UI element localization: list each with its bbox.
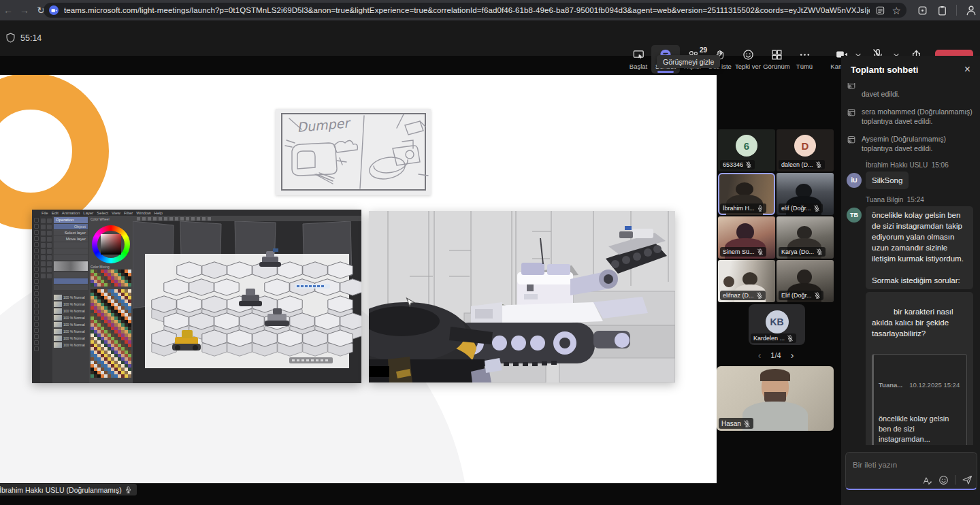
message-author-line: İbrahim Hakkı USLU 15:06: [866, 161, 973, 169]
chat-header: Toplantı sohbeti ×: [841, 56, 980, 83]
paint-preview-thumb: [54, 261, 88, 271]
participant-tile[interactable]: Sinem Sü...: [718, 216, 775, 259]
mic-on-icon: [125, 486, 132, 493]
avatar: İU: [847, 173, 862, 188]
render-scene: [369, 211, 675, 382]
floating-toolbar-blue: [295, 284, 330, 289]
paint-operation-panel: Operation Object Select layer Move layer…: [52, 216, 89, 383]
view-button[interactable]: Görünüm: [762, 45, 791, 74]
viewport-toolbar: [133, 216, 361, 221]
presenter-name-chip: İbrahim Hakkı USLU (Doğrulanmamış): [0, 484, 137, 495]
layer-row[interactable]: 100 % Normal: [54, 321, 88, 327]
paint-layers-panel: 100 % Normal100 % Normal100 % Normal100 …: [54, 294, 88, 348]
participant-tile[interactable]: 6 653346: [718, 129, 775, 172]
mic-off-icon: [743, 420, 751, 427]
message-bubble: bir karakteri nasıl akılda kalıcı bir şe…: [866, 292, 973, 445]
shield-icon: [5, 33, 16, 43]
page-next-icon[interactable]: ›: [791, 350, 794, 361]
paint-toolbar-column: [32, 216, 40, 383]
chat-message: bir karakteri nasıl akılda kalıcı bir şe…: [847, 292, 973, 445]
browser-extensions-area: [917, 0, 977, 20]
url-text: teams.microsoft.com/light-meetings/launc…: [64, 6, 870, 14]
url-bar[interactable]: teams.microsoft.com/light-meetings/launc…: [44, 3, 906, 18]
message-author-line: Tuana Bilgin 15:24: [866, 196, 973, 203]
divider: [955, 475, 956, 485]
paint-3d-viewport[interactable]: [133, 216, 361, 383]
participant-tile[interactable]: elif (Doğr...: [777, 173, 834, 215]
format-pen-icon[interactable]: [922, 475, 932, 485]
mic-off-icon: [756, 292, 763, 299]
paint-menu-bar: File Edit Animation Layer Select View Fi…: [32, 210, 361, 216]
chat-input[interactable]: [851, 460, 971, 470]
browser-forward-icon[interactable]: →: [16, 5, 33, 16]
chat-message: İU SilkSong: [847, 172, 973, 189]
color-swatch[interactable]: [128, 374, 131, 378]
chat-input-box[interactable]: [845, 452, 977, 490]
color-swatch-palette[interactable]: [91, 289, 131, 378]
browser-chrome: ← → ↻ teams.microsoft.com/light-meetings…: [0, 0, 980, 20]
participant-tile-overflow[interactable]: KB Kardelen ...: [749, 304, 805, 345]
color-wheel[interactable]: [92, 225, 130, 263]
layer-row[interactable]: 100 % Normal: [54, 294, 88, 300]
teams-favicon-icon: [49, 5, 59, 15]
system-message: davet edildi.: [847, 83, 973, 99]
extension-icon[interactable]: [917, 5, 928, 16]
participant-tile[interactable]: Elif (Doğr...: [777, 260, 834, 302]
sketch-title-text: Dumper: [296, 115, 352, 135]
more-button[interactable]: Tümü: [790, 45, 819, 74]
present-button[interactable]: Başlat: [624, 45, 653, 74]
chat-message: TB öncelikle kolay gelsin ben de sizi in…: [847, 206, 973, 289]
page-prev-icon[interactable]: ‹: [758, 350, 762, 361]
clipboard-extension-icon[interactable]: [936, 5, 948, 16]
system-message: Aysemin (Doğrulanmamış) toplantıya davet…: [847, 134, 973, 153]
invite-icon: [847, 83, 856, 90]
participant-tile-active-speaker[interactable]: İbrahim H...: [718, 173, 775, 215]
render-viewport-window: [369, 211, 675, 382]
react-button[interactable]: Tepki ver: [734, 45, 762, 74]
profile-icon[interactable]: [965, 4, 977, 16]
layer-row[interactable]: 100 % Normal: [54, 301, 88, 307]
invite-icon: [847, 108, 856, 117]
page-indicator: 1/4: [770, 351, 781, 359]
chat-message-list[interactable]: davet edildi. sera mohammed (Doğrulanmam…: [841, 83, 980, 445]
participant-tile[interactable]: Karya (Do...: [777, 216, 834, 259]
bookmark-star-icon[interactable]: ☆: [892, 5, 901, 16]
layer-row[interactable]: 100 % Normal: [54, 342, 88, 348]
mic-on-icon: [757, 205, 764, 212]
mic-off-icon: [815, 161, 822, 168]
message-bubble: öncelikle kolay gelsin ben de sizi insta…: [866, 206, 973, 289]
mic-off-icon: [745, 161, 752, 168]
chat-close-icon[interactable]: ×: [964, 63, 970, 76]
layer-row[interactable]: 100 % Normal: [54, 308, 88, 314]
translate-icon[interactable]: [875, 5, 885, 16]
divider: [956, 5, 957, 16]
participant-tile[interactable]: D daleen (D...: [777, 129, 834, 172]
emoji-icon[interactable]: [938, 475, 949, 485]
color-mixing-palette[interactable]: [91, 270, 131, 287]
participant-tile-spotlight[interactable]: Hasan: [717, 366, 834, 431]
layer-row[interactable]: 100 % Normal: [54, 328, 88, 334]
layer-row[interactable]: 100 % Normal: [54, 335, 88, 341]
mic-off-icon: [813, 205, 820, 212]
avatar: 6: [736, 135, 757, 157]
mic-off-icon: [816, 248, 823, 255]
hide-call-tooltip: Görüşmeyi gizle: [657, 55, 720, 68]
layer-row[interactable]: 100 % Normal: [54, 314, 88, 321]
screen: ← → ↻ teams.microsoft.com/light-meetings…: [0, 0, 980, 505]
chat-panel: Toplantı sohbeti × davet edildi. sera mo…: [841, 56, 980, 505]
color-swatch[interactable]: [128, 283, 131, 287]
participant-tile[interactable]: elifnaz (D...: [718, 260, 775, 302]
mouse-cursor: [406, 297, 415, 310]
active-tab-underline: [657, 71, 674, 73]
shared-screen: Dumper File Edit Animation Layer Select …: [0, 75, 717, 483]
quoted-message: Tuana... 10.12.2025 15:24 öncelikle kola…: [872, 354, 967, 445]
paint-app-window: File Edit Animation Layer Select View Fi…: [32, 210, 361, 383]
participant-grid: 6 653346 D daleen (D... İbrahim H... eli…: [718, 129, 834, 302]
concept-sketch: Dumper: [276, 109, 431, 195]
system-message: sera mohammed (Doğrulanmamış) toplantıya…: [847, 107, 973, 126]
mic-off-icon: [814, 292, 821, 299]
invite-icon: [847, 135, 856, 144]
message-bubble: SilkSong: [866, 172, 909, 189]
send-icon[interactable]: [962, 474, 973, 485]
browser-back-icon[interactable]: ←: [0, 5, 16, 16]
